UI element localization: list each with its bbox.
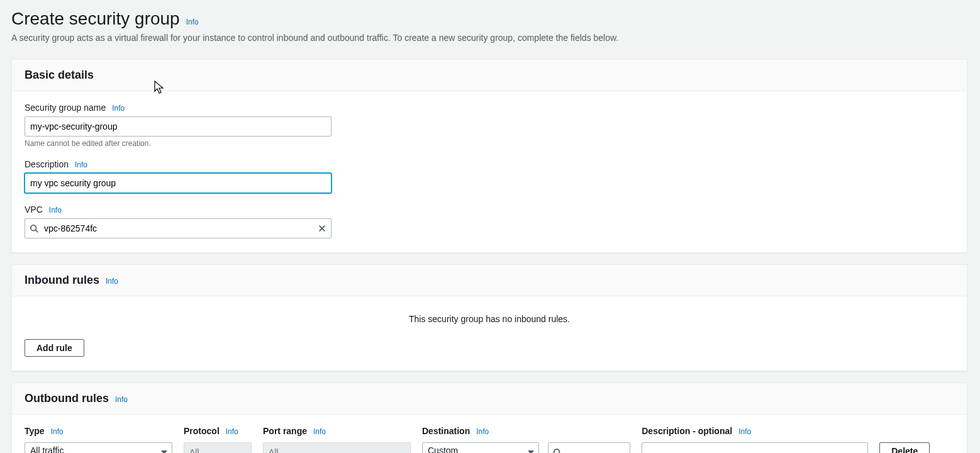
col-type-label: Type xyxy=(25,426,45,436)
sg-vpc-input[interactable] xyxy=(25,218,331,238)
inbound-rules-header: Inbound rules xyxy=(25,274,99,287)
outbound-rules-panel: Outbound rules Info Type Info All traffi… xyxy=(11,383,967,453)
inbound-empty-message: This security group has no inbound rules… xyxy=(25,308,954,339)
clear-icon[interactable] xyxy=(318,224,326,233)
col-port-info-link[interactable]: Info xyxy=(313,427,326,436)
rule-destination-search-input[interactable] xyxy=(548,442,631,453)
inbound-rules-info-link[interactable]: Info xyxy=(106,277,118,286)
sg-name-info-link[interactable]: Info xyxy=(112,104,125,113)
col-port-label: Port range xyxy=(263,426,307,436)
outbound-rule-row: Type Info All traffic Protocol Info xyxy=(25,426,954,453)
inbound-rules-panel: Inbound rules Info This security group h… xyxy=(11,264,967,371)
sg-desc-input[interactable] xyxy=(25,173,331,193)
col-type-info-link[interactable]: Info xyxy=(51,427,64,436)
rule-description-input[interactable] xyxy=(642,442,868,453)
sg-desc-info-link[interactable]: Info xyxy=(75,160,87,169)
sg-name-hint: Name cannot be edited after creation. xyxy=(25,139,954,148)
rule-destination-mode-select[interactable]: Custom xyxy=(422,442,539,453)
col-description-label: Description - optional xyxy=(642,426,732,436)
page-subtitle: A security group acts as a virtual firew… xyxy=(11,33,967,43)
outbound-rules-header: Outbound rules xyxy=(25,392,109,405)
basic-details-panel: Basic details Security group name Info N… xyxy=(11,59,967,253)
rule-delete-button[interactable]: Delete xyxy=(879,442,930,453)
sg-desc-label: Description xyxy=(25,159,69,169)
col-protocol-info-link[interactable]: Info xyxy=(226,427,238,436)
col-description-info-link[interactable]: Info xyxy=(738,427,751,436)
rule-port-input xyxy=(263,442,411,453)
sg-name-label: Security group name xyxy=(25,103,106,113)
sg-vpc-info-link[interactable]: Info xyxy=(49,206,62,215)
outbound-rules-info-link[interactable]: Info xyxy=(115,395,128,404)
sg-name-input[interactable] xyxy=(25,116,331,137)
col-destination-label: Destination xyxy=(422,426,470,436)
page-title-info-link[interactable]: Info xyxy=(186,18,199,26)
sg-vpc-label: VPC xyxy=(25,204,43,215)
col-protocol-label: Protocol xyxy=(184,426,220,436)
page-title: Create security group xyxy=(11,9,180,29)
basic-details-header: Basic details xyxy=(25,69,94,82)
rule-type-select[interactable]: All traffic xyxy=(25,442,172,453)
rule-protocol-input xyxy=(184,442,252,453)
inbound-add-rule-button[interactable]: Add rule xyxy=(25,339,84,357)
col-destination-info-link[interactable]: Info xyxy=(476,427,489,436)
